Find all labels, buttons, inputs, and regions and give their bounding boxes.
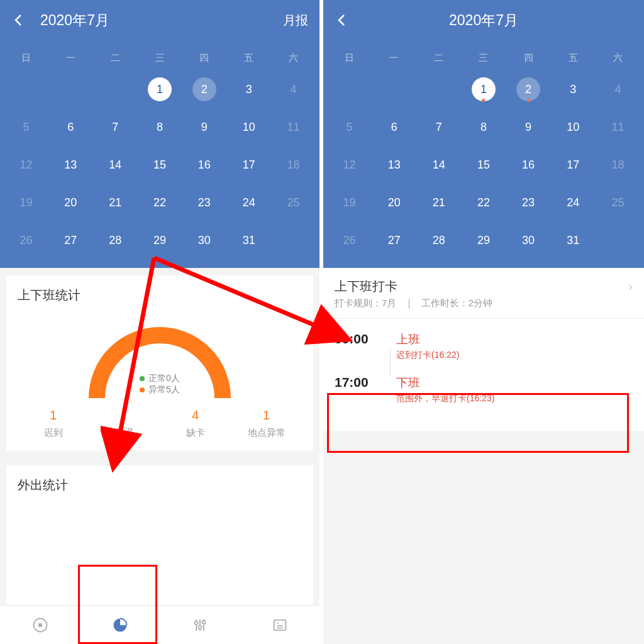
day-cell[interactable]: 7 (416, 108, 461, 146)
day-cell[interactable]: 28 (416, 221, 461, 259)
dow-cell: 二 (93, 45, 138, 70)
detail-subtitle: 打卡规则：7月 ｜ 工作时长：2分钟 (323, 297, 644, 319)
day-cell[interactable]: 18 (596, 146, 640, 184)
day-cell[interactable]: 7 (93, 108, 138, 146)
day-cell[interactable]: 28 (93, 221, 138, 259)
day-cell[interactable]: 2 (182, 70, 226, 108)
dow-cell: 三 (461, 45, 506, 70)
svg-rect-5 (274, 619, 286, 630)
day-cell[interactable]: 29 (138, 221, 182, 259)
back-icon[interactable] (6, 8, 31, 33)
day-cell[interactable]: 14 (93, 146, 138, 184)
stat-item[interactable]: 1地点异常 (231, 408, 302, 439)
monthly-report-link[interactable]: 月报 (283, 12, 308, 29)
day-cell[interactable]: 11 (271, 108, 316, 146)
day-cell[interactable]: 1 (138, 70, 182, 108)
day-cell[interactable]: 11 (596, 108, 640, 146)
day-cell (4, 70, 48, 108)
day-cell[interactable]: 25 (596, 184, 640, 221)
day-cell[interactable]: 5 (4, 108, 48, 146)
day-cell[interactable]: 30 (182, 221, 226, 259)
tab-pie-icon[interactable] (80, 606, 160, 644)
tab-list-icon[interactable] (240, 606, 319, 644)
stat-item[interactable]: 1迟到 (18, 408, 89, 439)
calendar-left: 日一二三四五六 12345678910111213141516171819202… (0, 40, 319, 268)
outside-stats-card: 外出统计 (6, 465, 313, 605)
svg-point-2 (194, 621, 197, 624)
day-cell[interactable]: 15 (138, 146, 182, 184)
tab-clock-icon[interactable] (0, 606, 80, 644)
day-cell[interactable]: 4 (271, 70, 316, 108)
day-cell[interactable]: 15 (461, 146, 506, 184)
day-cell[interactable]: 9 (506, 108, 551, 146)
page-title: 2020年7月 (40, 11, 109, 30)
day-cell[interactable]: 26 (4, 221, 48, 259)
chevron-right-icon[interactable]: › (628, 279, 633, 294)
day-cell[interactable]: 4 (596, 70, 640, 108)
day-cell[interactable]: 19 (4, 184, 48, 221)
back-icon[interactable] (330, 8, 355, 33)
punch-detail-card[interactable]: 上下班打卡 › 打卡规则：7月 ｜ 工作时长：2分钟 09:00上班迟到打卡(1… (323, 268, 644, 431)
day-cell[interactable]: 24 (226, 184, 271, 221)
day-cell[interactable]: 20 (48, 184, 93, 221)
day-cell[interactable]: 22 (461, 184, 506, 221)
stats-title: 上下班统计 (18, 287, 302, 304)
svg-point-1 (38, 623, 42, 626)
day-cell[interactable]: 30 (506, 221, 551, 259)
day-cell[interactable]: 22 (138, 184, 182, 221)
day-cell[interactable]: 13 (372, 146, 416, 184)
day-cell[interactable]: 8 (138, 108, 182, 146)
day-cell[interactable]: 16 (506, 146, 551, 184)
stat-item[interactable]: 4缺卡 (160, 408, 231, 439)
day-cell[interactable]: 6 (372, 108, 416, 146)
day-cell (48, 70, 93, 108)
day-cell[interactable]: 18 (271, 146, 316, 184)
day-cell[interactable]: 1 (461, 70, 506, 108)
tab-settings-icon[interactable] (160, 606, 240, 644)
dow-cell: 四 (506, 45, 551, 70)
day-cell[interactable]: 3 (551, 70, 596, 108)
day-cell[interactable]: 9 (182, 108, 226, 146)
day-cell[interactable]: 2 (506, 70, 551, 108)
day-cell[interactable]: 12 (327, 146, 372, 184)
header-right: 2020年7月 (323, 0, 644, 40)
day-cell[interactable]: 6 (48, 108, 93, 146)
day-cell[interactable]: 24 (551, 184, 596, 221)
day-cell[interactable]: 31 (551, 221, 596, 259)
dow-cell: 六 (596, 45, 640, 70)
day-cell[interactable]: 26 (327, 221, 372, 259)
dow-cell: 六 (271, 45, 316, 70)
day-cell[interactable]: 21 (416, 184, 461, 221)
day-cell[interactable]: 5 (327, 108, 372, 146)
day-cell[interactable]: 23 (182, 184, 226, 221)
day-cell[interactable]: 17 (551, 146, 596, 184)
day-cell (271, 221, 316, 259)
day-cell[interactable]: 14 (416, 146, 461, 184)
day-cell[interactable]: 17 (226, 146, 271, 184)
day-cell[interactable]: 3 (226, 70, 271, 108)
dow-cell: 二 (416, 45, 461, 70)
day-cell[interactable]: 20 (372, 184, 416, 221)
day-cell[interactable]: 23 (506, 184, 551, 221)
day-cell[interactable]: 31 (226, 221, 271, 259)
day-cell[interactable]: 21 (93, 184, 138, 221)
day-cell (93, 70, 138, 108)
day-cell[interactable]: 13 (48, 146, 93, 184)
stat-item[interactable]: 早退 (89, 408, 160, 439)
day-cell[interactable]: 27 (48, 221, 93, 259)
detail-title: 上下班打卡 (335, 278, 397, 295)
day-cell[interactable]: 19 (327, 184, 372, 221)
day-cell[interactable]: 16 (182, 146, 226, 184)
day-cell[interactable]: 25 (271, 184, 316, 221)
day-cell (372, 70, 416, 108)
dow-cell: 一 (48, 45, 93, 70)
day-cell[interactable]: 29 (461, 221, 506, 259)
header: 2020年7月 月报 (0, 0, 319, 40)
day-cell[interactable]: 8 (461, 108, 506, 146)
day-cell[interactable]: 27 (372, 221, 416, 259)
day-cell[interactable]: 10 (551, 108, 596, 146)
timeline-row: 17:00下班范围外，早退打卡(16:23) (335, 375, 633, 404)
day-cell[interactable]: 12 (4, 146, 48, 184)
day-cell[interactable]: 10 (226, 108, 271, 146)
dow-cell: 一 (372, 45, 416, 70)
